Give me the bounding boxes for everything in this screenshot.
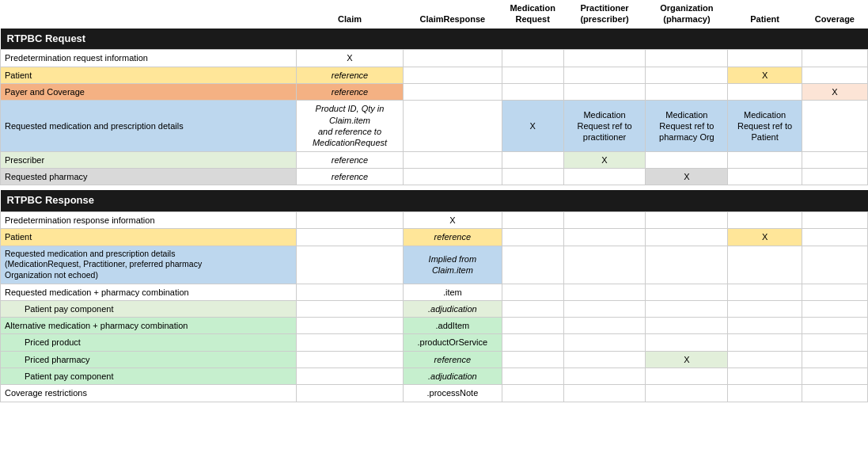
- resp-medreq-coverage-restrictions: [502, 385, 563, 402]
- resp-medreq-medication-details: [502, 246, 563, 284]
- resp-claimresp-medication-details: Implied from Claim.item: [404, 246, 502, 284]
- resp-claim-priced-pharmacy: [296, 351, 403, 368]
- req-org-pharmacy: X: [646, 168, 728, 185]
- req-patient-predetermination: [728, 50, 802, 67]
- resp-coverage-coverage-restrictions: [802, 385, 867, 402]
- resp-row-medication-details: Requested medication and prescription de…: [1, 246, 868, 284]
- req-label-prescriber: Prescriber: [1, 151, 297, 168]
- req-label-pharmacy: Requested pharmacy: [1, 168, 297, 185]
- resp-claim-medication-details: [296, 246, 403, 284]
- req-patient-payer: [728, 84, 802, 101]
- req-medreq-patient: [502, 67, 563, 83]
- resp-patient-patient: X: [728, 229, 802, 246]
- resp-row-predetermination: Predetermination response information X: [1, 212, 868, 229]
- resp-coverage-req-med-pharmacy: [802, 284, 867, 300]
- resp-medreq-alt-med-pharmacy: [502, 318, 563, 334]
- resp-row-patient-pay: Patient pay component .adjudication: [1, 300, 868, 317]
- req-patient-pharmacy: [728, 168, 802, 185]
- resp-row-req-med-pharmacy: Requested medication + pharmacy combinat…: [1, 284, 868, 300]
- resp-claim-patient-pay-2: [296, 368, 403, 385]
- resp-org-alt-med-pharmacy: [646, 318, 728, 334]
- col-header-practitioner: Practitioner (prescriber): [563, 0, 646, 29]
- req-label-medication: Requested medication and prescription de…: [1, 101, 297, 151]
- resp-row-patient: Patient reference X: [1, 229, 868, 246]
- col-header-medreq: Medication Request: [502, 0, 563, 29]
- req-row-payer: Payer and Coverage reference X: [1, 84, 868, 101]
- resp-label-priced-product: Priced product: [1, 334, 297, 351]
- req-claimresp-medication: [404, 101, 502, 151]
- req-org-payer: [646, 84, 728, 101]
- resp-patient-alt-med-pharmacy: [728, 318, 802, 334]
- req-claim-pharmacy: reference: [296, 168, 403, 185]
- resp-row-priced-product: Priced product .productOrService: [1, 334, 868, 351]
- req-claimresp-predetermination: [404, 50, 502, 67]
- resp-coverage-priced-product: [802, 334, 867, 351]
- req-claim-payer: reference: [296, 84, 403, 101]
- resp-org-medication-details: [646, 246, 728, 284]
- resp-medreq-priced-pharmacy: [502, 351, 563, 368]
- resp-claimresp-coverage-restrictions: .processNote: [404, 385, 502, 402]
- resp-coverage-patient: [802, 229, 867, 246]
- resp-patient-patient-pay-2: [728, 368, 802, 385]
- resp-medreq-priced-product: [502, 334, 563, 351]
- resp-patient-priced-pharmacy: [728, 351, 802, 368]
- req-coverage-medication: [802, 101, 867, 151]
- resp-practitioner-predetermination: [563, 212, 646, 229]
- resp-row-alt-med-pharmacy: Alternative medication + pharmacy combin…: [1, 318, 868, 334]
- req-practitioner-prescriber: X: [563, 151, 646, 168]
- resp-patient-patient-pay: [728, 300, 802, 317]
- resp-medreq-predetermination: [502, 212, 563, 229]
- resp-patient-predetermination: [728, 212, 802, 229]
- req-medreq-payer: [502, 84, 563, 101]
- resp-coverage-medication-details: [802, 246, 867, 284]
- resp-claim-alt-med-pharmacy: [296, 318, 403, 334]
- resp-org-coverage-restrictions: [646, 385, 728, 402]
- resp-practitioner-medication-details: [563, 246, 646, 284]
- resp-coverage-patient-pay: [802, 300, 867, 317]
- req-org-patient: [646, 67, 728, 83]
- resp-claim-predetermination: [296, 212, 403, 229]
- resp-org-patient-pay-2: [646, 368, 728, 385]
- req-row-medication: Requested medication and prescription de…: [1, 101, 868, 151]
- main-table: Claim ClaimResponse Medication Request P…: [0, 0, 868, 402]
- resp-claimresp-predetermination: X: [404, 212, 502, 229]
- req-label-payer: Payer and Coverage: [1, 84, 297, 101]
- resp-patient-coverage-restrictions: [728, 385, 802, 402]
- resp-label-patient: Patient: [1, 229, 297, 246]
- resp-patient-req-med-pharmacy: [728, 284, 802, 300]
- req-coverage-pharmacy: [802, 168, 867, 185]
- request-section-header: RTPBC Request: [1, 29, 868, 50]
- request-section-title: RTPBC Request: [1, 29, 868, 50]
- resp-label-patient-pay-2: Patient pay component: [1, 368, 297, 385]
- resp-org-priced-pharmacy: X: [646, 351, 728, 368]
- resp-practitioner-priced-pharmacy: [563, 351, 646, 368]
- resp-coverage-predetermination: [802, 212, 867, 229]
- req-coverage-predetermination: [802, 50, 867, 67]
- resp-medreq-patient-pay: [502, 300, 563, 317]
- resp-org-priced-product: [646, 334, 728, 351]
- resp-claim-priced-product: [296, 334, 403, 351]
- resp-practitioner-patient: [563, 229, 646, 246]
- resp-coverage-priced-pharmacy: [802, 351, 867, 368]
- response-section-title: RTPBC Response: [1, 190, 868, 211]
- resp-practitioner-req-med-pharmacy: [563, 284, 646, 300]
- req-claimresp-patient: [404, 67, 502, 83]
- resp-claimresp-patient: reference: [404, 229, 502, 246]
- resp-org-predetermination: [646, 212, 728, 229]
- req-medreq-pharmacy: [502, 168, 563, 185]
- col-header-claimresp: ClaimResponse: [404, 0, 502, 29]
- resp-row-coverage-restrictions: Coverage restrictions .processNote: [1, 385, 868, 402]
- req-label-patient: Patient: [1, 67, 297, 83]
- req-practitioner-predetermination: [563, 50, 646, 67]
- resp-practitioner-priced-product: [563, 334, 646, 351]
- resp-row-priced-pharmacy: Priced pharmacy reference X: [1, 351, 868, 368]
- resp-label-coverage-restrictions: Coverage restrictions: [1, 385, 297, 402]
- req-patient-patient: X: [728, 67, 802, 83]
- req-coverage-patient: [802, 67, 867, 83]
- resp-label-patient-pay: Patient pay component: [1, 300, 297, 317]
- col-header-claim: Claim: [296, 0, 403, 29]
- resp-label-alt-med-pharmacy: Alternative medication + pharmacy combin…: [1, 318, 297, 334]
- req-row-patient: Patient reference X: [1, 67, 868, 83]
- resp-patient-priced-product: [728, 334, 802, 351]
- resp-practitioner-patient-pay: [563, 300, 646, 317]
